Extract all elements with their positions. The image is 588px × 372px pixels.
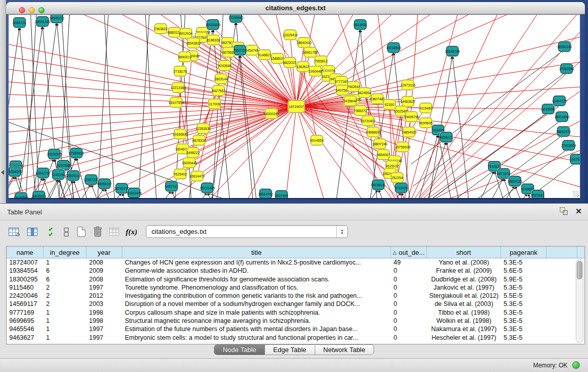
network-node[interactable]: 16099449 (183, 158, 195, 168)
network-node[interactable]: 8454749 (246, 45, 258, 55)
network-node[interactable]: 2803144 (215, 74, 227, 84)
network-node[interactable]: 18300295 (265, 108, 277, 119)
network-node[interactable]: 12040516 (15, 192, 27, 199)
delete-table-icon[interactable] (107, 225, 121, 239)
network-node[interactable]: 1588520 (271, 53, 284, 63)
network-node[interactable]: 9242848 (219, 60, 231, 71)
network-node[interactable]: 12973115 (402, 80, 414, 90)
network-node[interactable]: 18914762 (259, 189, 272, 199)
table-scrollbar[interactable] (576, 259, 583, 343)
network-view-window[interactable]: citations_edges.txt 18724007183002957963… (6, 2, 585, 203)
network-node[interactable]: 15716485 (201, 183, 213, 193)
network-node[interactable]: 17196940 (230, 14, 242, 23)
network-node[interactable]: 16543812 (187, 38, 200, 48)
network-node[interactable]: 19854923 (403, 127, 415, 137)
network-node[interactable]: 252254 (391, 172, 403, 183)
network-node[interactable]: 17957223 (85, 174, 97, 185)
network-node[interactable]: 13942757 (37, 168, 49, 178)
network-node[interactable]: 13505115 (67, 170, 79, 181)
table-row[interactable]: 1872400712008Changes of HCN gene express… (7, 258, 584, 267)
network-hub-node[interactable]: 18724007 (288, 100, 304, 113)
network-node[interactable]: 9890213 (179, 52, 191, 62)
row-boxes-icon[interactable] (59, 225, 73, 239)
column-header-name[interactable]: name (7, 247, 43, 258)
column-header-in_degree[interactable]: in_degree (43, 247, 86, 258)
network-node[interactable]: 19756928 (397, 142, 409, 152)
network-node[interactable]: 8471676 (497, 168, 510, 179)
network-node[interactable]: 9733426 (395, 183, 407, 193)
network-node[interactable]: 62160 (383, 99, 396, 110)
network-node[interactable]: 16961758 (304, 47, 316, 57)
network-node[interactable]: 17016504 (562, 140, 575, 150)
delete-entries-trash-icon[interactable] (91, 225, 104, 239)
network-node[interactable]: 17359928 (70, 148, 82, 158)
table-row[interactable]: 969969511998Structural magnetic resonanc… (7, 317, 584, 325)
column-header-pagerank[interactable]: pagerank (501, 247, 547, 258)
column-header-short[interactable]: short (427, 247, 501, 258)
network-node[interactable]: 10835671 (33, 191, 45, 199)
tab-network-table[interactable]: Network Table (315, 345, 374, 355)
network-node[interactable]: 1145194 (52, 169, 64, 180)
network-node[interactable]: 117006 (208, 99, 221, 109)
new-table-icon[interactable] (75, 225, 88, 239)
window-titlebar[interactable]: citations_edges.txt (6, 2, 585, 14)
network-node[interactable]: 10807487 (371, 94, 383, 104)
network-node[interactable]: 7625402 (174, 169, 186, 179)
table-scrollbar-thumb[interactable] (577, 261, 582, 279)
network-node[interactable]: 1167533 (570, 154, 580, 164)
network-node[interactable]: 14545712 (51, 14, 63, 23)
network-node[interactable]: 18350142 (558, 41, 571, 52)
table-row[interactable]: 946554611997Estimation of the future num… (7, 325, 584, 333)
network-node[interactable]: 9637459 (275, 190, 288, 199)
network-node[interactable]: 7986372 (354, 105, 366, 116)
network-node[interactable]: 1362615 (297, 61, 309, 72)
network-node[interactable]: 9115460 (420, 103, 432, 113)
network-node[interactable]: 20691406 (36, 16, 49, 27)
network-node[interactable]: 12444125 (553, 96, 565, 106)
network-node[interactable]: 10688609 (367, 127, 379, 137)
float-window-icon[interactable] (560, 207, 568, 215)
network-node[interactable]: 3498222 (187, 147, 199, 158)
network-node[interactable]: 9146821 (258, 50, 271, 60)
network-node[interactable]: 2435644 (344, 96, 356, 106)
network-node[interactable]: 19166825 (174, 129, 186, 139)
close-panel-icon[interactable]: ✕ (575, 207, 582, 215)
network-node[interactable]: 3824554 (358, 87, 371, 98)
network-node[interactable]: 8878334 (193, 135, 205, 145)
network-node[interactable]: 12213369 (172, 82, 184, 93)
table-selector-dropdown[interactable]: citations_edges.txt ▲▼ (146, 225, 348, 238)
network-node[interactable]: 9355724 (13, 17, 26, 28)
network-node[interactable]: 12353534 (197, 123, 209, 134)
network-node[interactable]: 12325419 (284, 30, 296, 40)
network-node[interactable]: 2718176 (174, 66, 186, 76)
network-node[interactable]: 16210643 (556, 112, 568, 122)
network-node[interactable]: 12923448 (128, 188, 140, 198)
network-node[interactable]: 1990448 (309, 66, 321, 76)
network-node[interactable]: 9297588 (57, 160, 70, 170)
network-node[interactable]: 14463627 (402, 96, 414, 106)
network-node[interactable]: 8813054 (354, 19, 366, 30)
network-node[interactable]: 15136141 (372, 180, 384, 190)
network-node[interactable]: 9523161 (532, 190, 544, 199)
network-node[interactable]: 18107554 (170, 97, 182, 107)
table-row[interactable]: 911546021997Tourette syndrome. Phenomeno… (7, 283, 584, 292)
network-node[interactable]: 9684067 (377, 149, 389, 160)
network-node[interactable]: 16648784 (446, 46, 459, 56)
network-node[interactable]: 11568293 (9, 166, 21, 177)
network-canvas[interactable]: 1872400718300295796382288601288912934232… (8, 14, 580, 199)
network-node[interactable]: 18640910 (298, 37, 310, 48)
network-node[interactable]: 16914479 (191, 171, 203, 181)
table-settings-icon[interactable]: ⚙ (7, 225, 20, 239)
column-header-out_de...[interactable]: △out_de... (391, 247, 427, 258)
network-node[interactable]: 20206576 (48, 149, 60, 159)
network-node[interactable]: 17082554 (560, 63, 573, 74)
network-node[interactable]: 19218506 (387, 42, 400, 53)
tab-edge-table[interactable]: Edge Table (265, 345, 315, 355)
network-node[interactable]: 15720407 (362, 116, 374, 126)
canvas-resize-grip[interactable] (573, 191, 579, 197)
network-node[interactable]: 7955812 (315, 56, 327, 66)
network-node[interactable]: 15692971 (557, 126, 570, 137)
network-node[interactable]: 9457791 (165, 181, 178, 191)
network-node[interactable]: 7857224 (234, 45, 246, 55)
collapse-panel-arrow-icon[interactable] (1, 170, 4, 175)
